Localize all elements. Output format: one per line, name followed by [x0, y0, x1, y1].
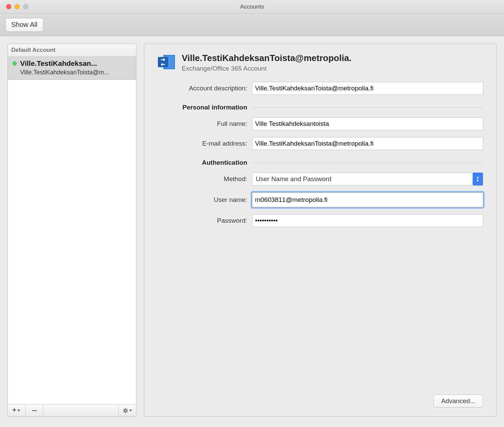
close-icon[interactable] — [6, 4, 11, 9]
full-name-field[interactable] — [252, 117, 483, 130]
remove-account-button[interactable] — [26, 404, 43, 416]
authentication-label: Authentication — [157, 159, 252, 166]
password-row: Password: — [157, 214, 483, 227]
username-row: User name: — [157, 192, 483, 207]
minimize-icon[interactable] — [15, 4, 20, 9]
footer: Advanced... — [157, 384, 483, 408]
add-account-button[interactable] — [8, 404, 26, 416]
zoom-icon — [23, 4, 28, 9]
account-description-field[interactable] — [252, 82, 483, 95]
chevron-updown-icon: ▲▼ — [473, 173, 483, 186]
method-label: Method: — [157, 175, 252, 183]
email-field[interactable] — [252, 137, 483, 150]
account-name: Ville.TestiKahdeksan... — [20, 59, 97, 68]
username-label: User name: — [157, 196, 252, 204]
account-header: Ville.TestiKahdeksanToista@metropolia. E… — [157, 53, 483, 72]
show-all-button[interactable]: Show All — [5, 18, 43, 32]
svg-line-7 — [124, 412, 124, 412]
method-value: User Name and Password — [256, 175, 331, 183]
svg-rect-11 — [158, 57, 168, 67]
email-label: E-mail address: — [157, 140, 252, 147]
account-subtitle: Ville.TestiKahdeksanToista@m... — [20, 69, 132, 76]
email-row: E-mail address: — [157, 137, 483, 150]
method-select[interactable]: User Name and Password ▲▼ — [252, 173, 483, 186]
personal-info-section: Personal information — [157, 104, 483, 111]
advanced-button[interactable]: Advanced... — [433, 395, 483, 408]
password-label: Password: — [157, 217, 252, 224]
svg-line-8 — [127, 412, 127, 412]
full-name-label: Full name: — [157, 120, 252, 128]
sidebar-body — [8, 80, 136, 404]
account-title: Ville.TestiKahdeksanToista@metropolia. — [182, 53, 483, 63]
account-description-row: Account description: — [157, 82, 483, 95]
window-title: Accounts — [0, 3, 504, 10]
account-list-item[interactable]: Ville.TestiKahdeksan... Ville.TestiKahde… — [8, 57, 136, 80]
password-field[interactable] — [252, 214, 483, 227]
accounts-window: Accounts Show All Default Account Ville.… — [0, 0, 504, 427]
settings-button[interactable] — [118, 404, 136, 416]
account-type-label: Exchange/Office 365 Account — [182, 65, 483, 72]
account-detail-pane: Ville.TestiKahdeksanToista@metropolia. E… — [144, 44, 496, 417]
plus-dropdown-icon — [13, 408, 21, 414]
sidebar-footer — [8, 404, 136, 416]
method-row: Method: User Name and Password ▲▼ — [157, 173, 483, 186]
gear-dropdown-icon — [123, 407, 132, 414]
account-description-label: Account description: — [157, 85, 252, 92]
svg-line-6 — [127, 409, 127, 410]
status-online-icon — [13, 61, 17, 65]
titlebar: Accounts — [0, 0, 504, 14]
svg-line-5 — [124, 409, 124, 410]
traffic-lights — [0, 4, 28, 9]
svg-point-0 — [124, 409, 126, 411]
content-area: Default Account Ville.TestiKahdeksan... … — [0, 36, 504, 427]
full-name-row: Full name: — [157, 117, 483, 130]
divider — [252, 163, 483, 163]
authentication-section: Authentication — [157, 159, 483, 166]
sidebar-header: Default Account — [8, 44, 136, 57]
personal-info-label: Personal information — [157, 104, 252, 111]
divider — [252, 107, 483, 108]
accounts-sidebar: Default Account Ville.TestiKahdeksan... … — [8, 44, 136, 417]
exchange-icon — [157, 53, 176, 71]
username-field[interactable] — [252, 192, 483, 207]
toolbar: Show All — [0, 14, 504, 36]
minus-icon — [32, 408, 37, 413]
